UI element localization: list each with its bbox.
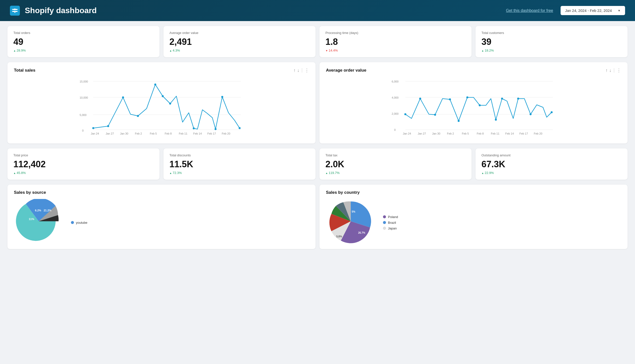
x-feb8-avg: Feb 8: [477, 132, 484, 135]
kpi-change-1: 72.3%: [169, 171, 309, 175]
svg-rect-4: [15, 8, 15, 10]
svg-rect-0: [12, 9, 15, 10]
kpi-value-2: 1.8: [326, 37, 466, 47]
x-feb5-avg: Feb 5: [462, 132, 469, 135]
total-sales-title: Total sales: [14, 68, 36, 73]
kpi-change-1: 4.3%: [169, 48, 309, 52]
kpi-arrow-2: [326, 171, 328, 175]
kpi-value-0: 49: [14, 37, 154, 47]
svg-point-16: [169, 102, 171, 104]
kpi-label-3: Total customers: [481, 31, 621, 35]
coupler-logo: [10, 6, 20, 16]
svg-point-28: [449, 98, 451, 100]
x-feb11: Feb 11: [179, 132, 187, 135]
kpi-card-3: Outstanding amount 67.3K 22.9%: [476, 148, 627, 180]
kpi-value-0: 112,402: [14, 159, 154, 170]
legend-brazil: Brazil: [383, 221, 398, 224]
date-range-label: Jan 24, 2024 - Feb 22, 2024: [565, 8, 612, 13]
y-label-0: 0: [82, 129, 84, 132]
pie-label-58: 5.8%: [336, 235, 342, 238]
kpi-change-0: 28.9%: [14, 48, 154, 52]
legend-dot-japan: [383, 227, 386, 230]
svg-point-10: [92, 127, 94, 129]
y-label-6000: 6,000: [392, 80, 399, 83]
y-label-0-avg: 0: [394, 128, 396, 131]
avg-order-title: Average order value: [326, 68, 366, 73]
header: Shopify dashboard Get this dashboard for…: [0, 0, 635, 21]
svg-point-31: [479, 104, 481, 106]
kpi-value-3: 39: [481, 37, 621, 47]
kpi-arrow-0: [14, 48, 16, 52]
arrow-down-icon[interactable]: ↓: [297, 68, 299, 73]
svg-point-19: [221, 96, 223, 98]
x-jan30-avg: Jan 30: [432, 132, 440, 135]
sales-by-country-pie: 5% 26.7% 5.8%: [326, 199, 376, 244]
sales-by-source-legend: youtube: [71, 221, 87, 224]
svg-point-29: [458, 120, 460, 122]
x-jan27: Jan 27: [106, 132, 114, 135]
x-feb2: Feb 2: [135, 132, 142, 135]
kpi-change-3: 22.9%: [481, 171, 621, 175]
sales-by-source-card: Sales by source 11% 6.2%: [8, 184, 315, 249]
legend-label-youtube: youtube: [76, 221, 87, 224]
legend-dot-youtube: [71, 221, 74, 224]
arrow-up-icon-avg[interactable]: ↑: [605, 68, 608, 73]
page-title: Shopify dashboard: [25, 6, 97, 15]
kpi-change-2: 119.7%: [326, 171, 466, 175]
chart-controls-sales: ↑ ↓ ⋮: [293, 68, 309, 73]
y-label-5000: 5,000: [80, 114, 87, 116]
arrow-down-icon-avg[interactable]: ↓: [609, 68, 611, 73]
divider: [302, 68, 302, 72]
avg-order-svg: 6,000 4,000 2,000 0: [326, 78, 621, 137]
chart-controls-avg: ↑ ↓ ⋮: [605, 68, 621, 73]
svg-point-34: [517, 98, 519, 100]
legend-poland: Poland: [383, 215, 398, 219]
sales-by-country-content: 5% 26.7% 5.8% Poland Brazil Japa: [326, 199, 621, 244]
more-options-icon-avg[interactable]: ⋮: [617, 68, 621, 73]
kpi-card-2: Processing time (days) 1.8 14.4%: [320, 26, 472, 57]
svg-rect-2: [12, 11, 15, 12]
pie-label-brazil: 5%: [352, 210, 356, 213]
kpi-row-2: Total price 112,402 45.8% Total discount…: [8, 148, 627, 180]
sales-by-source-title: Sales by source: [14, 190, 309, 195]
svg-point-13: [137, 115, 139, 117]
svg-point-30: [466, 96, 468, 98]
sales-by-country-legend: Poland Brazil Japan: [383, 215, 398, 230]
total-sales-chart-card: Total sales ↑ ↓ ⋮ 15,000 10,000 5,000 0: [8, 62, 315, 144]
kpi-label-0: Total price: [14, 154, 154, 157]
kpi-label-0: Total orders: [14, 31, 154, 35]
more-options-icon[interactable]: ⋮: [304, 68, 309, 73]
x-feb20-avg: Feb 20: [534, 132, 542, 135]
y-label-15000: 15,000: [80, 80, 88, 83]
kpi-arrow-1: [169, 48, 172, 52]
x-jan24-avg: Jan 24: [403, 132, 411, 135]
avg-order-chart-card: Average order value ↑ ↓ ⋮ 6,000 4,000 2,…: [320, 62, 627, 144]
kpi-change-3: 18.2%: [481, 48, 621, 52]
svg-point-27: [434, 114, 436, 116]
get-dashboard-link[interactable]: Get this dashboard for free: [506, 8, 553, 13]
legend-label-japan: Japan: [388, 226, 397, 230]
x-jan30: Jan 30: [120, 132, 128, 135]
arrow-up-icon[interactable]: ↑: [293, 68, 296, 73]
sales-by-source-content: 11% 6.2% 21.2% youtube: [14, 199, 309, 244]
sales-by-country-card: Sales by country: [320, 184, 627, 249]
svg-point-25: [404, 113, 406, 115]
legend-japan: Japan: [383, 226, 398, 230]
svg-point-33: [501, 98, 503, 100]
y-label-10000: 10,000: [80, 96, 88, 99]
kpi-card-3: Total customers 39 18.2%: [476, 26, 627, 57]
legend-label-poland: Poland: [388, 215, 398, 219]
x-feb20: Feb 20: [222, 132, 230, 135]
kpi-label-1: Average order value: [169, 31, 309, 35]
date-range-picker[interactable]: Jan 24, 2024 - Feb 22, 2024 ▼: [561, 6, 625, 15]
svg-rect-5: [15, 11, 15, 13]
kpi-row-1: Total orders 49 28.9% Average order valu…: [8, 26, 627, 57]
svg-point-17: [193, 127, 195, 129]
kpi-label-1: Total discounts: [169, 154, 309, 157]
kpi-card-0: Total orders 49 28.9%: [8, 26, 159, 57]
svg-point-35: [530, 113, 532, 115]
total-sales-svg: 15,000 10,000 5,000 0: [14, 78, 309, 137]
y-label-4000: 4,000: [392, 96, 399, 99]
pie-label-poland: 26.7%: [358, 232, 365, 234]
legend-youtube: youtube: [71, 221, 87, 224]
